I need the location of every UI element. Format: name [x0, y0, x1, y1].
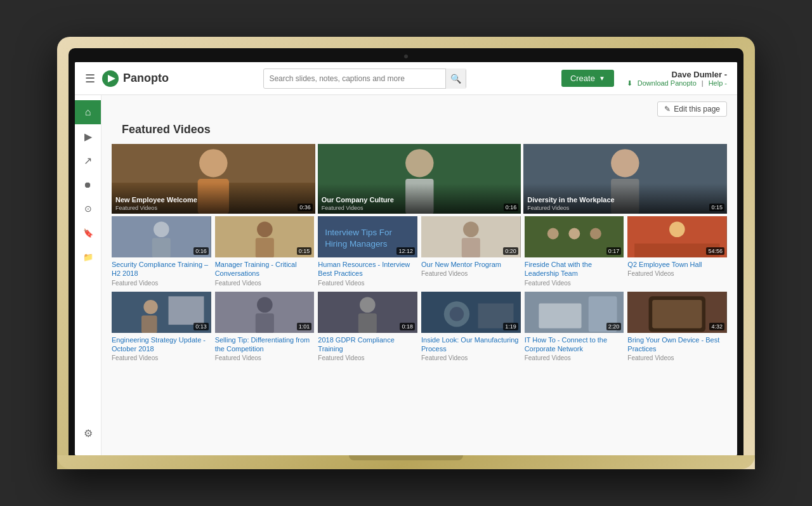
video-title-r3-4[interactable]: IT How To - Connect to the Corporate Net… [525, 335, 624, 354]
row3-grid: 0:13 Engineering Strategy Update - Octob… [112, 292, 727, 363]
video-card-r3-4[interactable]: 2:20 IT How To - Connect to the Corporat… [525, 292, 624, 363]
svg-point-12 [611, 149, 639, 177]
video-category-r2-2: Featured Videos [318, 280, 417, 287]
app-container: ☰ Panopto 🔍 [75, 62, 737, 455]
video-card-r2-1[interactable]: 0:15 Manager Training - Critical Convers… [215, 216, 315, 288]
video-card-r2-2[interactable]: Interview Tips For Hiring Managers 12:12… [318, 216, 417, 288]
svg-point-27 [547, 228, 558, 240]
video-title-r2-3[interactable]: Our New Mentor Program [421, 260, 521, 269]
video-title-r3-0[interactable]: Engineering Strategy Update - October 20… [112, 335, 211, 354]
edit-page-bar: ✎ Edit this page [102, 95, 737, 120]
video-card-r2-4[interactable]: 0:17 Fireside Chat with the Leadership T… [525, 216, 624, 288]
video-info-r3-2: 2018 GDPR Compliance Training Featured V… [318, 333, 417, 363]
video-category-r3-4: Featured Videos [525, 354, 624, 361]
sidebar-item-history[interactable]: ⊙ [75, 197, 101, 221]
search-button[interactable]: 🔍 [445, 68, 466, 89]
svg-rect-16 [152, 238, 171, 257]
video-card-featured-0[interactable]: New Employee Welcome Featured Videos 0:3… [112, 144, 315, 214]
video-card-r2-3[interactable]: 0:20 Our New Mentor Program Featured Vid… [421, 216, 521, 288]
video-card-r2-0[interactable]: 0:16 Security Compliance Training – H2 2… [112, 216, 211, 288]
video-title-r3-3[interactable]: Inside Look: Our Manufacturing Process [421, 335, 521, 354]
svg-text:Interview Tips For: Interview Tips For [325, 228, 393, 237]
video-info-r2-5: Q2 Employee Town Hall Featured Videos [627, 257, 727, 278]
video-title-r2-2[interactable]: Human Resources - Interview Best Practic… [318, 260, 417, 278]
thumb-overlay-0: New Employee Welcome Featured Videos [112, 183, 315, 214]
bookmark-icon: 🔖 [83, 228, 93, 238]
sidebar-item-bookmarks[interactable]: 🔖 [75, 221, 101, 245]
svg-rect-39 [255, 313, 273, 333]
create-button[interactable]: Create ▼ [561, 70, 614, 87]
thumb-title-1: Our Company Culture [322, 196, 518, 204]
sidebar-bottom: ⚙ [84, 421, 93, 450]
hamburger-icon[interactable]: ☰ [85, 72, 95, 86]
svg-point-38 [257, 297, 273, 313]
video-card-r3-1[interactable]: 1:01 Selling Tip: Differentiating from t… [215, 292, 315, 363]
featured-grid: New Employee Welcome Featured Videos 0:3… [112, 144, 727, 214]
create-dropdown-arrow: ▼ [599, 75, 605, 82]
panopto-logo-icon [102, 70, 119, 88]
settings-icon: ⚙ [84, 427, 93, 439]
svg-point-4 [199, 149, 227, 177]
video-category-r2-5: Featured Videos [627, 270, 727, 277]
video-info-r3-4: IT How To - Connect to the Corporate Net… [525, 333, 624, 363]
video-card-r3-0[interactable]: 0:13 Engineering Strategy Update - Octob… [112, 292, 211, 363]
thumb-cat-0: Featured Videos [115, 205, 311, 211]
video-info-r3-3: Inside Look: Our Manufacturing Process F… [421, 333, 521, 363]
video-category-r2-3: Featured Videos [421, 270, 521, 277]
video-card-r3-2[interactable]: 0:18 2018 GDPR Compliance Training Featu… [318, 292, 417, 363]
download-panopto-link[interactable]: Download Panopto [638, 79, 697, 88]
video-category-r3-0: Featured Videos [112, 354, 211, 361]
sidebar: ⌂ ▶ ↗ ⏺ ⊙ [75, 95, 102, 455]
video-thumb-featured-0: New Employee Welcome Featured Videos 0:3… [112, 144, 315, 214]
video-info-r2-3: Our New Mentor Program Featured Videos [421, 257, 521, 278]
edit-page-button[interactable]: ✎ Edit this page [657, 101, 727, 117]
thumb-cat-1: Featured Videos [322, 205, 518, 211]
video-info-r2-1: Manager Training - Critical Conversation… [215, 257, 315, 288]
video-card-r3-5[interactable]: 4:32 Bring Your Own Device - Best Practi… [627, 292, 727, 363]
video-title-r3-5[interactable]: Bring Your Own Device - Best Practices [627, 335, 727, 354]
search-area: 🔍 [169, 68, 561, 89]
video-title-r2-4[interactable]: Fireside Chat with the Leadership Team [525, 260, 624, 278]
sidebar-item-videos[interactable]: ▶ [75, 124, 101, 148]
video-title-r2-5[interactable]: Q2 Employee Town Hall [627, 260, 727, 269]
video-category-r2-1: Featured Videos [215, 280, 315, 287]
svg-point-18 [257, 221, 273, 237]
video-title-r2-1[interactable]: Manager Training - Critical Conversation… [215, 260, 315, 278]
download-icon: ⬇ [627, 79, 632, 88]
sidebar-item-record[interactable]: ⏺ [75, 172, 101, 197]
video-thumb-r2-2: Interview Tips For Hiring Managers 12:12 [318, 216, 417, 257]
thumb-duration-2: 0:15 [709, 204, 724, 211]
history-icon: ⊙ [84, 204, 92, 214]
sidebar-item-home[interactable]: ⌂ [75, 100, 101, 124]
sidebar-item-folders[interactable]: 📁 [75, 245, 101, 269]
home-icon: ⌂ [85, 107, 91, 118]
video-thumb-r3-0: 0:13 [112, 292, 211, 333]
sidebar-item-share[interactable]: ↗ [75, 148, 101, 172]
video-info-r2-2: Human Resources - Interview Best Practic… [318, 257, 417, 288]
thumb-duration-r3-4: 2:20 [606, 323, 622, 330]
thumb-title-0: New Employee Welcome [115, 196, 311, 204]
video-title-r3-1[interactable]: Selling Tip: Differentiating from the Co… [215, 335, 315, 354]
share-icon: ↗ [84, 155, 92, 167]
video-category-r3-2: Featured Videos [318, 354, 417, 361]
search-input[interactable] [264, 74, 445, 83]
svg-point-34 [143, 300, 157, 314]
sidebar-item-settings[interactable]: ⚙ [84, 421, 93, 445]
laptop-screen: ☰ Panopto 🔍 [75, 62, 737, 455]
video-card-featured-2[interactable]: Diversity in the Workplace Featured Vide… [523, 144, 727, 214]
video-info-r2-0: Security Compliance Training – H2 2018 F… [112, 257, 211, 288]
video-card-featured-1[interactable]: Our Company Culture Featured Videos 0:16 [318, 144, 521, 214]
thumb-duration-r2-3: 0:20 [503, 247, 518, 255]
video-category-r3-3: Featured Videos [421, 354, 521, 361]
video-title-r2-0[interactable]: Security Compliance Training – H2 2018 [112, 260, 211, 278]
svg-rect-42 [358, 313, 377, 333]
logo-area[interactable]: Panopto [102, 70, 169, 88]
video-title-r3-2[interactable]: 2018 GDPR Compliance Training [318, 335, 417, 354]
video-card-r3-3[interactable]: 1:19 Inside Look: Our Manufacturing Proc… [421, 292, 521, 363]
thumb-duration-r2-5: 54:56 [706, 247, 724, 255]
content-area[interactable]: ✎ Edit this page Featured Videos [102, 95, 737, 455]
thumb-duration-r2-1: 0:15 [297, 247, 312, 255]
thumb-duration-r2-2: 12:12 [396, 247, 415, 255]
help-link[interactable]: Help - [709, 79, 727, 88]
video-card-r2-5[interactable]: 54:56 Q2 Employee Town Hall Featured Vid… [627, 216, 727, 288]
